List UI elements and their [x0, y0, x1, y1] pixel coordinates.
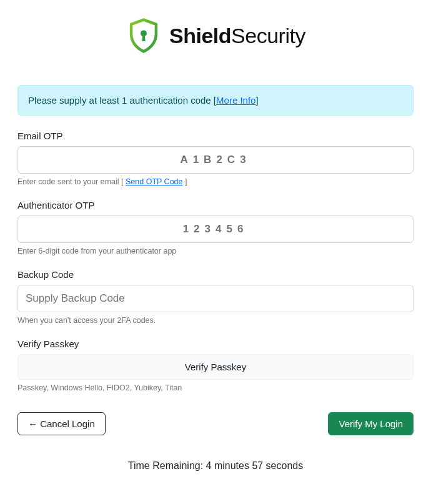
svg-point-0: [141, 30, 147, 36]
verify-login-button[interactable]: Verify My Login: [328, 412, 414, 435]
passkey-group: Verify Passkey Verify Passkey Passkey, W…: [17, 338, 414, 392]
alert-text-prefix: Please supply at least 1 authentication …: [28, 95, 216, 106]
brand-name-light: Security: [231, 24, 305, 47]
authenticator-otp-input[interactable]: [17, 215, 414, 243]
shield-icon: [126, 17, 162, 54]
authenticator-otp-label: Authenticator OTP: [17, 200, 414, 210]
email-otp-group: Email OTP Enter code sent to your email …: [17, 131, 414, 186]
authenticator-otp-help: Enter 6-digit code from your authenticat…: [17, 247, 414, 255]
email-otp-help-suffix: ]: [183, 177, 187, 186]
action-row: ← Cancel Login Verify My Login: [17, 412, 414, 435]
brand-name-bold: Shield: [169, 24, 231, 47]
backup-code-label: Backup Code: [17, 269, 414, 280]
email-otp-help-prefix: Enter code sent to your email [: [17, 177, 126, 186]
backup-code-help: When you can't access your 2FA codes.: [17, 316, 414, 325]
backup-code-group: Backup Code When you can't access your 2…: [17, 269, 414, 325]
passkey-help: Passkey, Windows Hello, FIDO2, Yubikey, …: [17, 383, 414, 392]
brand-name: ShieldSecurity: [169, 24, 305, 48]
brand-logo: ShieldSecurity: [17, 17, 414, 54]
authenticator-otp-group: Authenticator OTP Enter 6-digit code fro…: [17, 200, 414, 255]
email-otp-help: Enter code sent to your email [ Send OTP…: [17, 177, 414, 186]
passkey-label: Verify Passkey: [17, 338, 414, 349]
alert-text-suffix: ]: [255, 95, 258, 106]
info-alert: Please supply at least 1 authentication …: [17, 85, 414, 116]
send-otp-link[interactable]: Send OTP Code: [126, 177, 183, 186]
email-otp-input[interactable]: [17, 146, 414, 174]
email-otp-label: Email OTP: [17, 131, 414, 141]
cancel-login-button[interactable]: ← Cancel Login: [17, 412, 106, 435]
time-remaining: Time Remaining: 4 minutes 57 seconds: [17, 460, 414, 472]
more-info-link[interactable]: More Info: [216, 95, 255, 106]
verify-passkey-button[interactable]: Verify Passkey: [17, 354, 414, 380]
backup-code-input[interactable]: [17, 285, 414, 312]
